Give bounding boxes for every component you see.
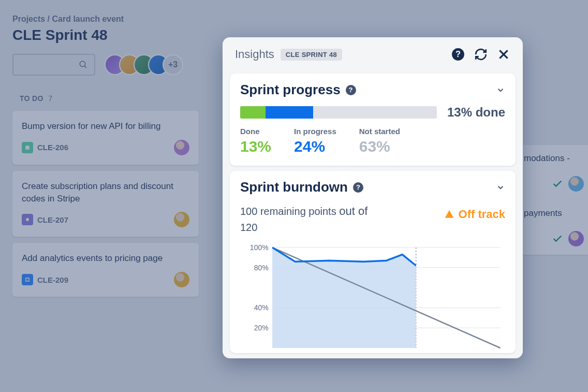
done-summary: 13% done <box>447 105 505 120</box>
avatar-stack[interactable]: +3 <box>105 54 183 75</box>
chevron-down-icon[interactable] <box>496 85 505 95</box>
close-icon[interactable] <box>497 48 510 61</box>
svg-point-0 <box>80 61 85 67</box>
svg-point-3 <box>26 218 29 221</box>
burndown-remaining: 100 remaining points out of 120 <box>240 202 368 235</box>
ticket-key: CLE-207 <box>22 214 68 225</box>
svg-line-1 <box>84 66 86 68</box>
svg-text:40%: 40% <box>254 303 269 312</box>
card-title: modations - <box>524 153 584 164</box>
assignee-avatar[interactable] <box>174 140 189 155</box>
assignee-avatar[interactable] <box>174 272 189 287</box>
svg-text:20%: 20% <box>254 324 269 332</box>
stat-value-inprogress: 24% <box>294 138 336 155</box>
section-title: Sprint progress <box>240 82 341 98</box>
progress-done <box>240 106 266 119</box>
status-badge: Off track <box>444 208 505 221</box>
burndown-chart: 100%80%40%20% <box>244 244 505 353</box>
card-title: Create subscription plans and discount c… <box>22 180 189 205</box>
insights-header: Insights CLE SPRINT 48 ? <box>223 37 523 68</box>
sprint-burndown-section: Sprint burndown ? 100 remaining points o… <box>230 171 516 353</box>
help-icon[interactable]: ? <box>451 48 465 61</box>
issue-type-icon <box>22 274 33 285</box>
stat-label: Done <box>240 127 271 136</box>
insights-title: Insights <box>235 48 274 61</box>
check-icon <box>552 178 563 190</box>
card-title: Bump version for new API for billing <box>22 120 189 133</box>
svg-text:80%: 80% <box>254 263 269 272</box>
board-card[interactable]: modations - <box>516 145 588 200</box>
help-icon[interactable]: ? <box>353 182 363 193</box>
avatar-overflow[interactable]: +3 <box>163 54 183 75</box>
stat-value-notstarted: 63% <box>359 138 400 155</box>
board-card[interactable]: payments <box>516 200 588 255</box>
svg-text:?: ? <box>455 49 461 59</box>
check-icon <box>552 233 563 244</box>
card-title: payments <box>524 208 584 219</box>
sprint-badge: CLE SPRINT 48 <box>281 49 342 61</box>
search-input[interactable] <box>12 54 95 76</box>
svg-rect-4 <box>26 278 29 281</box>
assignee-avatar[interactable] <box>568 231 584 246</box>
stat-label: Not started <box>359 127 400 136</box>
ticket-key: CLE-209 <box>22 274 68 285</box>
board-card[interactable]: Add analytics events to pricing pageCLE-… <box>12 243 199 297</box>
ticket-key: CLE-206 <box>22 142 68 153</box>
sprint-progress-section: Sprint progress ? 13% done Done 13% In p… <box>230 74 516 166</box>
issue-type-icon <box>22 214 33 225</box>
help-icon[interactable]: ? <box>346 85 356 95</box>
stat-value-done: 13% <box>240 138 271 155</box>
board-card[interactable]: Bump version for new API for billingCLE-… <box>12 111 199 165</box>
warning-icon <box>444 209 454 220</box>
column-todo: TO DO 7 Bump version for new API for bil… <box>12 94 199 303</box>
card-title: Add analytics events to pricing page <box>22 252 189 265</box>
column-count: 7 <box>49 94 53 103</box>
svg-text:100%: 100% <box>250 244 269 252</box>
section-title: Sprint burndown <box>240 179 348 195</box>
chevron-down-icon[interactable] <box>496 183 505 192</box>
issue-type-icon <box>22 142 33 153</box>
board-card[interactable]: Create subscription plans and discount c… <box>12 171 199 237</box>
svg-rect-2 <box>25 146 30 150</box>
column-name: TO DO <box>20 94 43 103</box>
column-header: TO DO 7 <box>12 94 199 103</box>
refresh-icon[interactable] <box>474 48 488 61</box>
right-partial-column: modations -payments <box>516 145 588 255</box>
insights-panel: Insights CLE SPRINT 48 ? Sprint progress… <box>223 37 523 358</box>
assignee-avatar[interactable] <box>568 176 584 192</box>
breadcrumb[interactable]: Projects / Card launch event <box>12 14 576 24</box>
progress-inprogress <box>266 106 313 119</box>
search-icon <box>79 60 88 69</box>
progress-bar <box>240 106 437 119</box>
assignee-avatar[interactable] <box>174 212 189 227</box>
stat-label: In progress <box>294 127 336 136</box>
